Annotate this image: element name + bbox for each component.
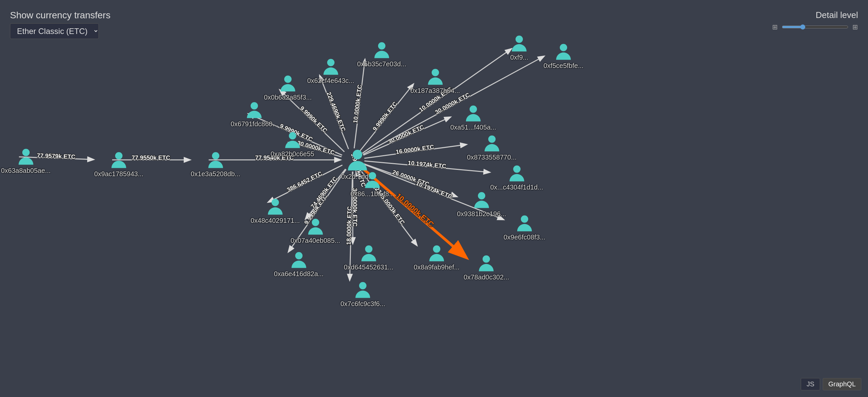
node-n21[interactable]: 0x48c4029171... [251, 198, 300, 225]
node-label: 0x62cf4e643c... [307, 77, 354, 85]
person-icon [322, 58, 340, 76]
node-label: 0x9e6fc08f3... [503, 233, 546, 241]
svg-point-6 [284, 76, 291, 83]
person-icon [266, 198, 284, 216]
node-label: 0x0b6a2a85f3... [264, 93, 312, 101]
node-n6[interactable]: 0x0b6a2a85f3... [264, 74, 312, 101]
svg-point-3 [212, 152, 219, 160]
node-n10[interactable]: 0xa51...f405a... [450, 104, 496, 131]
grid-small-icon: ⊞ [772, 23, 778, 31]
person-icon [284, 131, 302, 149]
detail-label: Detail level [816, 10, 858, 20]
svg-point-0 [353, 150, 363, 160]
node-n9[interactable]: 0x187a387b04... [410, 67, 460, 94]
person-icon [373, 41, 391, 59]
node-n19[interactable]: 0xa6e416d82a... [274, 251, 323, 278]
node-n14[interactable]: 0x9e6fc08f3... [503, 214, 546, 241]
node-label: 0xd645452631... [344, 263, 393, 271]
person-icon [364, 171, 381, 189]
detail-slider[interactable] [782, 24, 848, 30]
person-icon [279, 74, 297, 92]
person-icon [483, 134, 501, 152]
node-n16[interactable]: 0x8a9fab9hef... [414, 244, 460, 271]
person-icon [510, 34, 528, 52]
node-n23[interactable]: 0xf5ce5fbfe... [544, 42, 583, 69]
svg-point-13 [478, 192, 485, 199]
svg-point-17 [365, 246, 372, 253]
node-label: 0xa51...f405a... [450, 123, 496, 131]
node-label: 0x5b35c7e03d... [357, 60, 406, 68]
svg-point-19 [295, 252, 302, 259]
person-icon [473, 191, 491, 209]
person-icon [245, 101, 263, 119]
svg-point-12 [513, 166, 520, 173]
node-n5[interactable]: 0x6791fdc860... [230, 101, 278, 128]
node-label: 0x...c4304f1d1d... [490, 183, 543, 191]
node-label: 0x8a9fab9hef... [414, 263, 460, 271]
person-icon [290, 251, 308, 269]
node-n15[interactable]: 0x78ad0c302... [464, 254, 509, 281]
node-n8[interactable]: 0x5b35c7e03d... [357, 41, 406, 68]
node-label: 0x86...1b...f8... [350, 190, 394, 198]
svg-point-21 [272, 199, 279, 206]
node-label: 0x7c6fc9c3f6... [340, 300, 385, 308]
node-n7[interactable]: 0x62cf4e643c... [307, 58, 354, 85]
node-label: 0x8733558770... [467, 153, 517, 161]
node-label: 0xf5ce5fbfe... [544, 62, 583, 69]
svg-point-18 [359, 282, 366, 289]
node-n1[interactable]: 0x63a8ab05ae... [1, 147, 51, 174]
person-icon [360, 244, 378, 262]
svg-point-2 [115, 152, 122, 160]
svg-point-10 [470, 106, 477, 113]
svg-point-1 [22, 149, 29, 156]
svg-point-4 [289, 132, 296, 140]
node-n3[interactable]: 0x1e3a5208db... [191, 151, 240, 178]
node-n2[interactable]: 0x9ac1785943... [94, 151, 144, 178]
svg-point-7 [327, 59, 335, 66]
node-n4[interactable]: 0xa82b0c6e55 [271, 131, 314, 158]
person-icon [426, 67, 444, 86]
node-label: 0x63a8ab05ae... [1, 167, 51, 174]
person-icon [110, 151, 128, 169]
person-icon [346, 148, 369, 172]
person-icon [354, 281, 372, 299]
graphql-button[interactable]: GraphQL [823, 378, 861, 390]
js-button[interactable]: JS [801, 378, 820, 390]
person-icon [464, 104, 482, 122]
node-label: 0xa6e416d82a... [274, 270, 323, 278]
node-n18[interactable]: 0x7c6fc9c3f6... [340, 281, 385, 308]
person-icon [428, 244, 446, 262]
node-label: 0x9ac1785943... [94, 170, 144, 178]
person-icon [516, 214, 533, 232]
svg-point-9 [431, 69, 439, 76]
person-icon [17, 147, 35, 166]
svg-point-20 [312, 219, 319, 226]
svg-point-15 [483, 255, 490, 263]
node-label: 0x187a387b04... [410, 87, 460, 94]
currency-select[interactable]: Ether Classic (ETC) Bitcoin (BTC) Ethere… [10, 23, 99, 39]
node-label: 0x48c4029171... [251, 217, 300, 225]
person-icon [555, 42, 572, 61]
node-label: 0x1e3a5208db... [191, 170, 240, 178]
svg-point-11 [488, 136, 495, 143]
svg-point-5 [251, 102, 258, 110]
svg-point-23 [560, 44, 567, 51]
node-n13[interactable]: 0x9381b2c196... [457, 191, 506, 218]
person-icon [477, 254, 495, 272]
node-label: 0x9381b2c196... [457, 210, 506, 218]
node-label: 0xa82b0c6e55 [271, 150, 314, 158]
svg-point-8 [378, 42, 385, 50]
person-icon [508, 164, 526, 182]
node-n11[interactable]: 0x8733558770... [467, 134, 517, 161]
node-n12[interactable]: 0x...c4304f1d1d... [490, 164, 543, 191]
node-n17[interactable]: 0xd645452631... [344, 244, 393, 271]
node-n22[interactable]: 0x86...1b...f8... [350, 171, 394, 198]
node-n24[interactable]: 0xf9... [510, 34, 528, 61]
person-icon [307, 218, 324, 235]
node-label: 0xf9... [510, 54, 528, 61]
grid-large-icon: ⊞ [852, 23, 858, 31]
node-label: 0x07a40eb085... [290, 237, 340, 245]
svg-point-16 [433, 246, 440, 253]
person-icon [207, 151, 225, 169]
svg-point-24 [516, 36, 523, 43]
